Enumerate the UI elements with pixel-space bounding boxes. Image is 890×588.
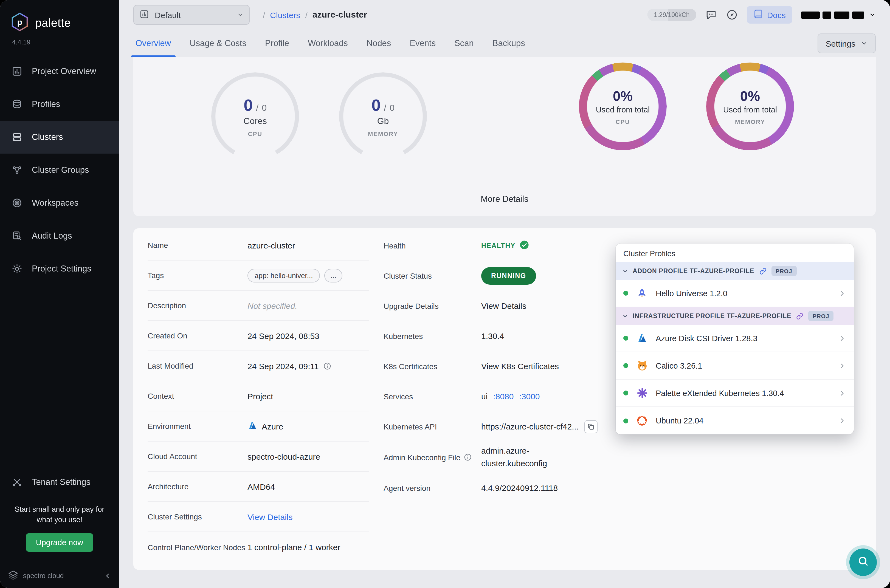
- upgrade-now-button[interactable]: Upgrade now: [26, 533, 93, 552]
- infrastructure-profile-section-header[interactable]: INFRASTRUCTURE PROFILE TF-AZURE-PROFILE …: [615, 307, 854, 325]
- document-search-icon: [11, 230, 23, 242]
- sidebar-item-project-overview[interactable]: Project Overview: [0, 55, 119, 88]
- project-selector-value: Default: [155, 10, 181, 20]
- redacted-text: [834, 11, 849, 18]
- more-details-button[interactable]: More Details: [481, 194, 528, 204]
- status-dot: [623, 390, 628, 396]
- copy-icon[interactable]: [584, 420, 597, 433]
- link-icon[interactable]: [759, 267, 767, 275]
- memory-gauge-total: 0: [390, 103, 395, 113]
- hello-universe-icon: [635, 286, 649, 300]
- profile-item-calico[interactable]: Calico 3.26.1: [615, 352, 854, 380]
- stage: p palette 4.4.19 Project Overview Profil…: [0, 0, 890, 588]
- tab-backups[interactable]: Backups: [492, 30, 525, 57]
- view-k8s-certificates-link[interactable]: View K8s Certificates: [481, 362, 559, 371]
- sidebar-item-tenant-settings[interactable]: Tenant Settings: [0, 466, 119, 499]
- tab-overview[interactable]: Overview: [135, 30, 171, 57]
- tags-more-chip[interactable]: ...: [324, 268, 342, 282]
- memory-gauge-unit: Gb: [377, 116, 389, 126]
- cpu-gauge: 0 / 0 Cores CPU: [211, 72, 299, 160]
- detail-label: Kubernetes: [384, 332, 481, 340]
- tab-workloads[interactable]: Workloads: [308, 30, 348, 57]
- sidebar-item-workspaces[interactable]: Workspaces: [0, 186, 119, 219]
- profile-item-hello-universe[interactable]: Hello Universe 1.2.0: [615, 280, 854, 307]
- sidebar-item-project-settings[interactable]: Project Settings: [0, 252, 119, 285]
- status-dot: [623, 291, 628, 296]
- kubeconfig-download-link[interactable]: admin.azure-cluster.kubeconfig: [481, 445, 556, 470]
- detail-value: Project: [248, 392, 273, 400]
- collapse-sidebar-button[interactable]: [104, 572, 111, 579]
- brand-text: spectro cloud: [23, 572, 64, 579]
- breadcrumb-clusters-link[interactable]: Clusters: [270, 10, 300, 20]
- user-account-menu-redacted[interactable]: [801, 11, 876, 18]
- tab-profile[interactable]: Profile: [265, 30, 289, 57]
- detail-label: Last Modified: [148, 362, 248, 370]
- breadcrumb: / Clusters / azure-cluster: [263, 10, 367, 20]
- detail-label: Agent version: [384, 483, 481, 492]
- docs-button-label: Docs: [767, 10, 786, 20]
- cpu-donut-caption: CPU: [615, 118, 630, 125]
- profile-item-ubuntu[interactable]: Ubuntu 22.04: [615, 407, 854, 434]
- profile-item-azure-disk-csi[interactable]: Azure Disk CSI Driver 1.28.3: [615, 325, 854, 352]
- detail-label: K8s Certificates: [384, 362, 481, 370]
- usage-meter: 1.29/100kCh: [647, 9, 696, 21]
- cpu-gauge-unit: Cores: [243, 116, 267, 126]
- sidebar-item-label: Clusters: [32, 132, 63, 142]
- cluster-status-badge: RUNNING: [481, 267, 536, 284]
- addon-profile-section-header[interactable]: ADDON PROFILE TF-AZURE-PROFILE PROJ: [615, 262, 854, 280]
- settings-button[interactable]: Settings: [818, 33, 876, 53]
- tab-nodes[interactable]: Nodes: [366, 30, 391, 57]
- bar-chart-icon: [11, 65, 23, 77]
- memory-donut-label: Used from total: [723, 105, 777, 114]
- tab-usage-costs[interactable]: Usage & Costs: [189, 30, 246, 57]
- detail-label: Services: [384, 392, 481, 400]
- tab-scan[interactable]: Scan: [454, 30, 474, 57]
- memory-donut-caption: MEMORY: [735, 118, 765, 125]
- detail-label: Kubernetes API: [384, 422, 481, 431]
- ubuntu-logo-icon: [635, 414, 649, 428]
- upgrade-view-details-link[interactable]: View Details: [481, 301, 527, 310]
- gear-icon: [11, 263, 23, 275]
- profile-item-name: Ubuntu 22.04: [656, 416, 704, 425]
- detail-label: Upgrade Details: [384, 302, 481, 310]
- network-nodes-icon: [11, 164, 23, 176]
- topbar: Default / Clusters / azure-cluster 1.29/…: [119, 0, 890, 30]
- detail-row-tags: Tags app: hello-univer... ...: [148, 261, 369, 291]
- compass-icon[interactable]: [726, 9, 738, 21]
- cpu-gauge-total: 0: [262, 103, 267, 113]
- proj-scope-badge: PROJ: [771, 266, 797, 276]
- sidebar-item-profiles[interactable]: Profiles: [0, 88, 119, 121]
- svg-text:p: p: [17, 18, 22, 27]
- redacted-text: [822, 11, 831, 18]
- detail-row-nodes: Control Plane/Worker Nodes 1 control-pla…: [148, 532, 369, 562]
- profile-item-palette-extended-kubernetes[interactable]: Palette eXtended Kubernetes 1.30.4: [615, 380, 854, 407]
- chat-icon[interactable]: [705, 9, 717, 21]
- breadcrumb-separator: /: [263, 10, 265, 20]
- detail-row-environment: Environment Azure: [148, 411, 369, 441]
- gauge-separator: /: [256, 103, 258, 113]
- profile-item-name: Azure Disk CSI Driver 1.28.3: [656, 334, 758, 342]
- info-icon[interactable]: [323, 362, 332, 370]
- infrastructure-profile-name: INFRASTRUCTURE PROFILE TF-AZURE-PROFILE: [633, 313, 791, 319]
- link-icon[interactable]: [795, 312, 804, 320]
- service-port-8080-link[interactable]: :8080: [493, 392, 513, 401]
- sidebar-item-clusters[interactable]: Clusters: [0, 121, 119, 154]
- settings-button-label: Settings: [826, 39, 855, 48]
- cluster-settings-view-details-link[interactable]: View Details: [248, 512, 293, 521]
- sidebar-item-audit-logs[interactable]: Audit Logs: [0, 219, 119, 252]
- azure-logo-icon: [248, 420, 257, 432]
- detail-value: 1 control-plane / 1 worker: [248, 543, 341, 552]
- project-selector[interactable]: Default: [134, 5, 250, 25]
- azure-logo-icon: [635, 331, 649, 345]
- detail-label: Architecture: [148, 482, 248, 491]
- floating-search-button[interactable]: [849, 549, 877, 576]
- detail-value: 24 Sep 2024, 09:11: [248, 361, 319, 370]
- detail-label: Health: [384, 241, 481, 250]
- sidebar-item-cluster-groups[interactable]: Cluster Groups: [0, 154, 119, 186]
- info-icon[interactable]: [464, 453, 472, 461]
- tab-events[interactable]: Events: [410, 30, 436, 57]
- cpu-usage-donut: 0% Used from total CPU: [579, 63, 667, 150]
- docs-button[interactable]: Docs: [747, 6, 792, 24]
- service-port-3000-link[interactable]: :3000: [519, 392, 540, 401]
- chevron-down-icon: [622, 313, 628, 319]
